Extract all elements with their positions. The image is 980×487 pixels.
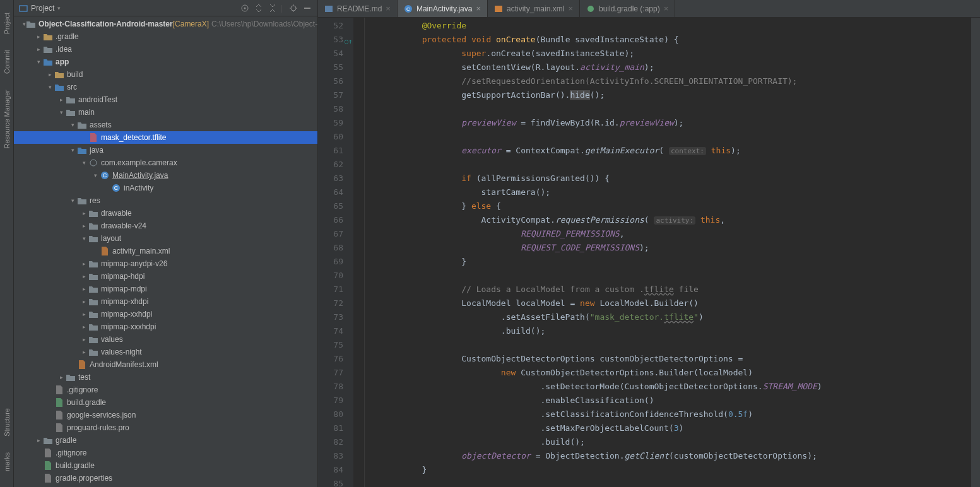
fold-gutter[interactable] <box>353 18 365 487</box>
code-line[interactable]: REQUIRED_PERMISSIONS, <box>382 227 971 241</box>
code-line[interactable]: objectDetector = ObjectDetection.getClie… <box>382 449 971 463</box>
rail-tab-project[interactable]: Project <box>3 13 11 34</box>
line-number[interactable]: 55 <box>318 61 343 74</box>
rail-tab-structure[interactable]: Structure <box>3 408 11 437</box>
chevron-icon[interactable]: ▾ <box>68 197 77 204</box>
tree-node[interactable]: ▸.gradle <box>14 30 317 43</box>
line-number[interactable]: 75 <box>318 338 343 352</box>
line-number[interactable]: 52 <box>318 19 343 33</box>
code-line[interactable]: .setDetectorMode(CustomObjectDetectorOpt… <box>382 380 971 394</box>
line-gutter[interactable]: 5253○↑5455565758596061626364656667686970… <box>318 18 353 487</box>
tree-node[interactable]: ▾com.example.camerax <box>14 156 317 169</box>
chevron-icon[interactable]: ▸ <box>57 97 66 103</box>
close-icon[interactable]: × <box>386 4 391 13</box>
code-content[interactable]: @Override protected void onCreate(Bundle… <box>365 18 971 487</box>
code-line[interactable]: new CustomObjectDetectorOptions.Builder(… <box>382 366 971 380</box>
line-number[interactable]: 57 <box>318 88 343 102</box>
tree-node[interactable]: ▾main <box>14 106 317 119</box>
close-icon[interactable]: × <box>476 4 481 13</box>
line-number[interactable]: 73 <box>318 310 343 324</box>
tree-node[interactable]: build.gradle <box>14 396 317 409</box>
tree-node[interactable]: ▸mipmap-xhdpi <box>14 295 317 308</box>
tree-node[interactable]: ▸gradle <box>14 434 317 447</box>
dropdown-icon[interactable]: ▾ <box>57 5 61 11</box>
rail-tab-bookmarks[interactable]: marks <box>3 452 11 471</box>
code-line[interactable]: setContentView(R.layout.activity_main); <box>382 61 971 74</box>
tree-node[interactable]: ▸values-night <box>14 346 317 358</box>
override-marker-icon[interactable]: ○↑ <box>345 35 352 49</box>
code-line[interactable] <box>382 102 971 116</box>
tree-node[interactable]: ▸mipmap-mdpi <box>14 283 317 295</box>
editor-tab[interactable]: build.gradle (:app)× <box>580 0 675 17</box>
chevron-icon[interactable]: ▸ <box>34 437 43 443</box>
line-number[interactable]: 84 <box>318 463 343 477</box>
line-number[interactable]: 58 <box>318 102 343 116</box>
tree-node[interactable]: proguard-rules.pro <box>14 421 317 434</box>
chevron-icon[interactable]: ▸ <box>34 46 43 52</box>
line-number[interactable]: 60 <box>318 130 343 144</box>
close-icon[interactable]: × <box>664 4 669 13</box>
tree-node[interactable]: ▾Object-Classification-Android-master [C… <box>14 18 317 30</box>
line-number[interactable]: 68 <box>318 241 343 255</box>
line-number[interactable]: 72 <box>318 296 343 310</box>
tree-node[interactable]: build.gradle <box>14 459 317 472</box>
chevron-icon[interactable]: ▸ <box>80 336 88 343</box>
tree-node[interactable]: ▸.idea <box>14 43 317 56</box>
code-line[interactable]: .enableClassification() <box>382 394 971 408</box>
code-line[interactable]: // Loads a LocalModel from a custom .tfl… <box>382 283 971 296</box>
chevron-icon[interactable]: ▾ <box>34 59 43 65</box>
tree-node[interactable]: gradle.properties <box>14 472 317 484</box>
chevron-icon[interactable]: ▸ <box>80 324 88 330</box>
tree-node[interactable]: ▸build <box>14 68 317 81</box>
tree-node[interactable]: ▾layout <box>14 232 317 245</box>
project-tree[interactable]: ▾Object-Classification-Android-master [C… <box>14 16 317 487</box>
code-line[interactable]: LocalModel localModel = new LocalModel.B… <box>382 296 971 310</box>
tree-node[interactable]: .gitignore <box>14 384 317 396</box>
expand-all-icon[interactable] <box>254 3 264 13</box>
editor-tab[interactable]: README.md× <box>318 0 398 17</box>
line-number[interactable]: 81 <box>318 421 343 435</box>
tree-node[interactable]: CinActivity <box>14 182 317 194</box>
code-line[interactable]: //setRequestedOrientation(ActivityInfo.S… <box>382 74 971 88</box>
tree-node[interactable]: ▾res <box>14 194 317 207</box>
chevron-icon[interactable]: ▸ <box>80 210 88 216</box>
tree-node[interactable]: ▾CMainActivity.java <box>14 169 317 182</box>
code-line[interactable]: .build(); <box>382 324 971 338</box>
chevron-icon[interactable]: ▸ <box>34 33 43 40</box>
line-number[interactable]: 82 <box>318 435 343 449</box>
chevron-icon[interactable]: ▸ <box>80 261 88 267</box>
chevron-icon[interactable]: ▸ <box>80 223 88 229</box>
line-number[interactable]: 64 <box>318 185 343 199</box>
code-line[interactable] <box>382 158 971 172</box>
code-line[interactable]: @Override <box>382 19 971 33</box>
editor-tab[interactable]: CMainActivity.java× <box>398 0 488 17</box>
tree-node[interactable]: ▾src <box>14 81 317 93</box>
chevron-icon[interactable]: ▸ <box>45 71 54 78</box>
code-line[interactable]: } <box>382 255 971 269</box>
chevron-icon[interactable]: ▸ <box>80 298 88 305</box>
code-line[interactable]: } <box>382 463 971 477</box>
line-number[interactable]: 54 <box>318 47 343 61</box>
code-line[interactable] <box>382 269 971 283</box>
code-line[interactable]: CustomObjectDetectorOptions customObject… <box>382 352 971 366</box>
line-number[interactable]: 76 <box>318 352 343 366</box>
tree-node[interactable]: ▸drawable-v24 <box>14 220 317 232</box>
tree-node[interactable]: mask_detector.tflite <box>14 131 317 144</box>
collapse-all-icon[interactable] <box>268 3 278 13</box>
line-number[interactable]: 80 <box>318 408 343 421</box>
chevron-icon[interactable]: ▾ <box>45 84 54 90</box>
tree-node[interactable]: ▸mipmap-anydpi-v26 <box>14 257 317 270</box>
chevron-icon[interactable]: ▾ <box>91 172 100 179</box>
tree-node[interactable]: ▾assets <box>14 119 317 131</box>
code-line[interactable]: if (allPermissionsGranted()) { <box>382 172 971 185</box>
code-line[interactable]: .setMaxPerObjectLabelCount(3) <box>382 421 971 435</box>
line-number[interactable]: 71 <box>318 283 343 296</box>
line-number[interactable]: 59 <box>318 116 343 130</box>
code-line[interactable]: super.onCreate(savedInstanceState); <box>382 47 971 61</box>
line-number[interactable]: 67 <box>318 227 343 241</box>
tree-node[interactable]: ▸values <box>14 333 317 346</box>
settings-icon[interactable] <box>288 3 298 13</box>
chevron-icon[interactable]: ▸ <box>80 311 88 317</box>
code-editor[interactable]: 5253○↑5455565758596061626364656667686970… <box>318 18 980 487</box>
tree-node[interactable]: ▸test <box>14 371 317 384</box>
